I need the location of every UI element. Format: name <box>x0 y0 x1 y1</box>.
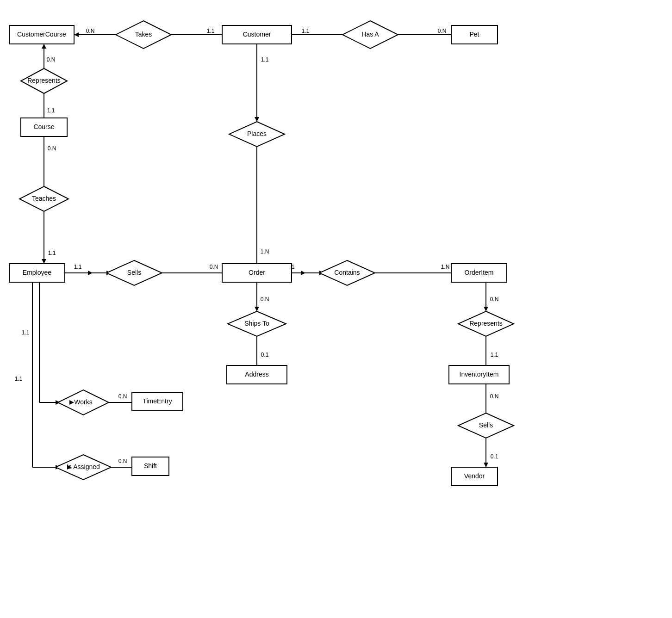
card-rep2-oi: 0.N <box>490 296 499 303</box>
label-sells1: Sells <box>127 269 141 276</box>
card-assigned-e: 1.1 <box>15 376 23 382</box>
card-takes-c: 1.1 <box>207 28 215 34</box>
label-customercourse: CustomerCourse <box>17 31 66 38</box>
label-takes: Takes <box>135 31 152 38</box>
svg-marker-29 <box>484 463 488 467</box>
card-hasa-p: 0.N <box>438 28 447 34</box>
card-teaches-e: 1.1 <box>48 250 56 256</box>
label-course: Course <box>33 123 54 130</box>
label-shipsto: Ships To <box>244 320 269 327</box>
svg-marker-7 <box>42 44 46 49</box>
card-places-c: 1.1 <box>261 56 269 63</box>
arrow-contains-dir <box>301 271 305 275</box>
label-sells2: Sells <box>479 421 493 429</box>
svg-marker-10 <box>255 117 259 122</box>
svg-marker-25 <box>484 307 488 311</box>
er-diagram: 0.N 1.1 1.1 0.N 0.N 1.1 1.1 1.N 0.N 1.1 … <box>0 0 672 618</box>
label-teaches: Teaches <box>32 195 56 202</box>
card-teaches-co: 0.N <box>48 145 56 152</box>
card-places-o: 1.N <box>261 248 269 255</box>
card-sells1-o: 0.N <box>210 264 218 270</box>
svg-marker-1 <box>74 32 79 37</box>
card-takes-cc: 0.N <box>86 28 95 34</box>
svg-marker-14 <box>42 259 46 264</box>
label-employee: Employee <box>23 269 51 276</box>
card-ships-o: 0.N <box>261 296 269 303</box>
card-rep1-cc: 0.N <box>47 56 56 63</box>
card-sells2-ii: 0.N <box>490 393 499 400</box>
card-contains-oi: 1.N <box>441 264 450 270</box>
label-represents2: Represents <box>469 320 503 327</box>
label-inventoryitem: InventoryItem <box>460 371 499 378</box>
label-shift: Shift <box>144 462 157 470</box>
label-hasa: Has A <box>361 31 379 38</box>
label-vendor: Vendor <box>464 472 485 480</box>
label-places: Places <box>247 130 267 137</box>
arrow-sells1-dir <box>88 271 93 275</box>
label-address: Address <box>245 371 268 378</box>
label-order: Order <box>249 269 265 276</box>
card-rep1-co: 1.1 <box>47 107 55 114</box>
card-works-te: 0.N <box>118 393 127 400</box>
card-assigned-s: 0.N <box>118 458 127 464</box>
card-rep2-ii: 1.1 <box>491 352 498 358</box>
label-customer: Customer <box>243 31 271 38</box>
card-sells1-e: 1.1 <box>74 264 82 270</box>
card-works-e: 1.1 <box>22 329 30 336</box>
card-ships-a: 0.1 <box>261 352 269 358</box>
label-orderitem: OrderItem <box>464 269 493 276</box>
label-timeentry: TimeEntry <box>143 397 172 405</box>
svg-marker-22 <box>255 307 259 311</box>
label-represents1: Represents <box>27 77 61 84</box>
card-sells2-v: 0.1 <box>491 453 498 460</box>
label-works: Works <box>74 398 92 406</box>
card-hasa-c: 1.1 <box>302 28 310 34</box>
label-pet: Pet <box>469 31 479 38</box>
label-contains: Contains <box>334 269 360 276</box>
label-isassigned: Is Assigned <box>67 463 100 470</box>
